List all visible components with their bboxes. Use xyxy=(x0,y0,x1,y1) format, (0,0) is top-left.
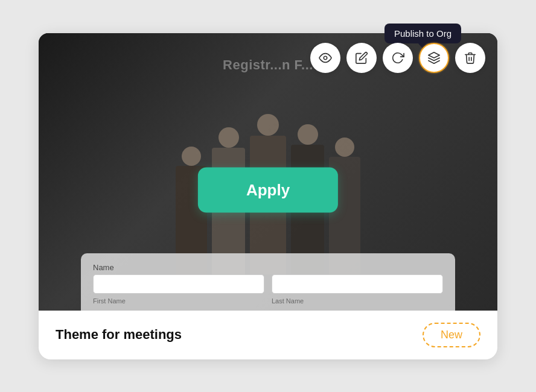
edit-button[interactable] xyxy=(346,43,377,73)
name-label: Name xyxy=(93,263,443,272)
eye-icon xyxy=(319,51,332,65)
pencil-icon xyxy=(355,51,368,65)
svg-point-0 xyxy=(324,56,327,60)
last-name-label: Last Name xyxy=(272,297,443,305)
card-footer: Theme for meetings New xyxy=(39,311,497,359)
trash-icon xyxy=(464,51,477,65)
publish-tooltip: Publish to Org xyxy=(384,24,461,43)
delete-button[interactable] xyxy=(455,43,485,73)
publish-icon xyxy=(427,51,441,65)
name-fields xyxy=(93,274,443,294)
first-name-input[interactable] xyxy=(93,274,264,294)
refresh-button[interactable] xyxy=(383,43,413,73)
new-badge-button[interactable]: New xyxy=(423,323,480,347)
first-name-label: First Name xyxy=(93,297,264,305)
preview-button[interactable] xyxy=(310,43,340,73)
apply-button[interactable]: Apply xyxy=(198,167,338,212)
preview-area: Registr...n F... xyxy=(39,33,497,311)
form-preview: Name First Name Last Name xyxy=(81,253,455,311)
refresh-icon xyxy=(391,51,404,65)
preview-background: Registr...n F... xyxy=(39,33,497,311)
last-name-input[interactable] xyxy=(272,274,443,294)
theme-card: Publish to Org xyxy=(39,33,497,359)
card-title: Theme for meetings xyxy=(56,327,182,343)
publish-button[interactable] xyxy=(419,43,449,73)
icon-toolbar xyxy=(310,43,485,73)
field-sublabels: First Name Last Name xyxy=(93,297,443,305)
bg-form-title: Registr...n F... xyxy=(223,57,313,73)
name-field-row: Name First Name Last Name xyxy=(93,263,443,305)
